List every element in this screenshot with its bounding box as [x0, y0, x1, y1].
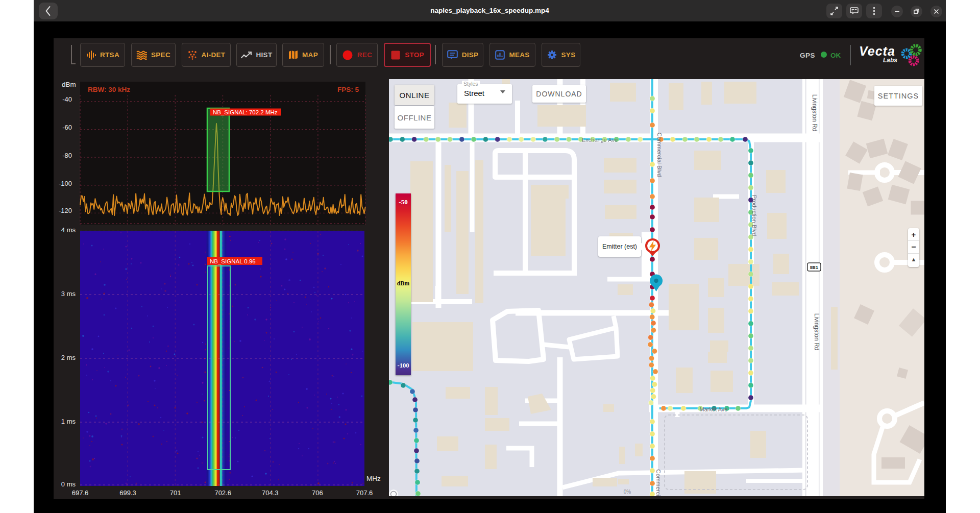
svg-text:Emitter (est): Emitter (est) — [602, 243, 637, 250]
svg-text:Livingston Rd: Livingston Rd — [813, 313, 820, 351]
svg-text:Commercial: Commercial — [655, 469, 662, 496]
svg-text:Exchange Ave: Exchange Ave — [582, 137, 618, 143]
svg-text:0%: 0% — [624, 489, 631, 495]
svg-text:Production Blvd: Production Blvd — [751, 195, 757, 236]
svg-text:Commercial Blvd: Commercial Blvd — [656, 133, 663, 177]
svg-text:Livingston Rd: Livingston Rd — [811, 94, 818, 132]
svg-text:881: 881 — [810, 264, 819, 270]
svg-text:Market Ave: Market Ave — [700, 406, 728, 412]
